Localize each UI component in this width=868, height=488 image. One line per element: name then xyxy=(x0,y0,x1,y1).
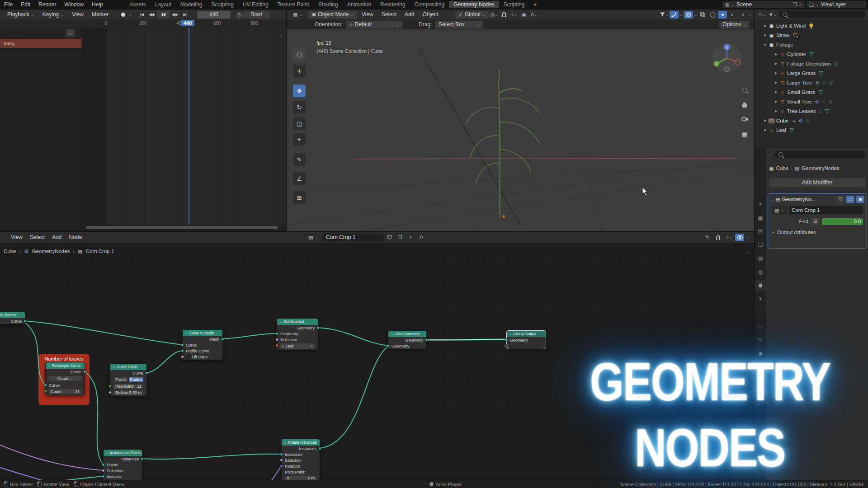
node-group-output[interactable]: ⌄Group Output Geometry xyxy=(506,330,546,349)
timeline-marker-menu[interactable]: Marker xyxy=(88,11,112,18)
tool-transform[interactable]: ⌖ xyxy=(293,133,306,146)
unlink-node-group-icon[interactable]: × xyxy=(406,234,415,241)
modifier-name[interactable]: GeometryNo... xyxy=(782,197,835,202)
geometry-node-editor[interactable]: View Select Add Node ▤⌄ Corn Crop 1 ❐ × … xyxy=(0,232,754,480)
drag-dropdown[interactable]: Select Box⌄ xyxy=(435,21,483,28)
socket-fill-caps-input[interactable] xyxy=(181,355,184,358)
pivot-point-button[interactable]: ◎⌄ xyxy=(490,11,499,19)
workspace-tab-sculpting[interactable]: Sculpting xyxy=(207,1,238,8)
zoom-icon[interactable] xyxy=(740,85,750,95)
socket-selection-input[interactable] xyxy=(280,459,283,462)
viewport-3d[interactable]: ▦⌄ ▣Object Mode⌄ View Select Add Object … xyxy=(287,9,754,231)
path-modifier[interactable]: GeometryNodes xyxy=(32,249,70,254)
keying-menu[interactable]: Keying ⌄ xyxy=(39,11,68,18)
socket-material-input[interactable] xyxy=(275,344,278,347)
tool-rotate[interactable]: ↻ xyxy=(293,101,306,113)
socket-radius-input[interactable] xyxy=(108,391,112,394)
current-frame-field[interactable]: 440 xyxy=(197,11,231,19)
outliner-search[interactable] xyxy=(779,11,865,18)
output-attributes-chevron[interactable]: ▸ xyxy=(773,230,774,234)
snap-magnet-icon[interactable] xyxy=(500,11,509,19)
geometry-nodes-modifier-panel[interactable]: ⌄ ▤ GeometryNo... ▽ ▢ ▣ ▤⌄ Corn Crop 1 E… xyxy=(768,193,867,249)
pan-hand-icon[interactable] xyxy=(740,99,750,109)
go-to-parent-tree-button[interactable]: ↰ xyxy=(703,234,712,241)
node-group-name-input[interactable]: Corn Crop 1 xyxy=(322,234,384,241)
outliner-item-light-wind[interactable]: ▶▣Light & Wind xyxy=(755,21,868,30)
socket-rotation-input[interactable] xyxy=(280,465,283,468)
node-rotate-instances[interactable]: ⌄Rotate Instances Instances Instances Se… xyxy=(281,439,320,480)
outliner-filter-button[interactable]: ▼⌄ xyxy=(768,11,777,19)
resolution-field[interactable]: Resolution12 xyxy=(113,384,143,389)
count-field[interactable]: Count21 xyxy=(49,389,81,394)
workspace-tab-compositing[interactable]: Compositing xyxy=(410,1,449,8)
realtime-toggle[interactable]: ▢ xyxy=(846,196,854,203)
pivot-x-field[interactable]: X0 m xyxy=(285,476,316,480)
summary-channel[interactable]: mary xyxy=(0,39,82,48)
show-in-editmode-toggle[interactable]: ▽ xyxy=(836,196,844,203)
node-tree-type-button[interactable]: ▤⌄ xyxy=(306,234,321,241)
transform-orientation[interactable]: ∠Global⌄ xyxy=(455,11,489,19)
socket-points-input[interactable] xyxy=(102,463,105,466)
outliner-item-leaf[interactable]: ▶▽Leaf ▽ xyxy=(755,126,868,135)
workspace-tab-rendering[interactable]: Rendering xyxy=(376,1,410,8)
fill-caps-checkbox[interactable] xyxy=(186,355,190,359)
menu-help[interactable]: Help xyxy=(88,1,107,8)
material-field[interactable]: ◐Leaf × xyxy=(280,343,315,349)
outliner-item-cube[interactable]: ▶ ▽ Cube ↝ ⚙ ▽ xyxy=(755,116,868,125)
auto-keying-button[interactable] xyxy=(118,11,127,19)
socket-geometry-input[interactable] xyxy=(505,338,508,342)
menu-window[interactable]: Window xyxy=(60,1,88,8)
properties-editor-dropdown[interactable]: ⌄ xyxy=(769,153,773,157)
editor-type-button[interactable]: ▦⌄ xyxy=(290,11,306,18)
node-curve-circle[interactable]: ⌄Curve Circle Curve PointsRadius Resolut… xyxy=(110,363,147,396)
proportional-edit-button[interactable]: ◉ xyxy=(519,11,528,19)
add-menu[interactable]: Add xyxy=(401,11,418,18)
orientation-dropdown[interactable]: ⊹Default⌄ xyxy=(346,21,402,28)
workspace-tab-layout[interactable]: Layout xyxy=(151,1,176,8)
node-instance-on-points[interactable]: ⌄Instance on Points Instances Points Sel… xyxy=(103,449,142,480)
socket-curve-input[interactable] xyxy=(181,343,184,347)
tool-measure[interactable]: ∠ xyxy=(293,172,306,185)
overlays-toggle[interactable] xyxy=(684,11,693,19)
panel-collapse-chevron[interactable]: ⌄ xyxy=(770,197,774,202)
outliner-item-tree-leaves[interactable]: ▶▽Tree Leaves ∷ ▽ xyxy=(755,107,868,116)
visibility-filter-button[interactable]: ⌄ xyxy=(660,11,669,19)
outliner-item-small-tree[interactable]: ▶▽Small Tree ⚙ ∷ ▽ xyxy=(755,97,868,106)
tool-add-cube[interactable]: ⊞ xyxy=(293,191,306,204)
jump-to-end-button[interactable]: ▶| xyxy=(181,11,190,19)
new-scene-icon[interactable]: ❐ xyxy=(793,2,797,7)
outliner-item-cylinder[interactable]: ▶▽Cylinder ▽ xyxy=(755,50,868,59)
path-object[interactable]: Cube xyxy=(4,249,16,254)
node-resample-curve[interactable]: ⌄Resample Curve Curve Count⌄ Curve Count… xyxy=(45,362,85,395)
next-keyframe-button[interactable]: ◆▶ xyxy=(171,11,180,19)
outliner-display-mode[interactable]: ☰⌄ xyxy=(757,11,766,19)
playhead[interactable] xyxy=(189,28,189,225)
socket-profile-curve-input[interactable] xyxy=(181,349,184,352)
socket-geometry-output[interactable] xyxy=(316,326,320,329)
output-attributes-label[interactable]: Output Attributes xyxy=(777,230,816,235)
workspace-tab-shading[interactable]: Shading xyxy=(314,1,343,8)
tab-modifiers[interactable]: ⚙ xyxy=(755,280,766,291)
socket-selection-input[interactable] xyxy=(275,338,278,341)
socket-instances-input[interactable] xyxy=(280,453,283,456)
workspace-tab-uv-editing[interactable]: UV Editing xyxy=(238,1,273,8)
timeline-ruler[interactable]: 0 200 400 600 800 440 xyxy=(0,19,286,28)
render-toggle[interactable]: ▣ xyxy=(856,196,864,203)
node-group-selector-icon[interactable]: ▤⌄ xyxy=(772,206,787,214)
add-workspace-button[interactable]: + xyxy=(529,1,542,8)
socket-curve-output[interactable] xyxy=(83,370,86,373)
region-collapse-arrow[interactable]: ‹ xyxy=(280,33,282,38)
workspace-tab-animation[interactable]: Animation xyxy=(343,1,376,8)
socket-curve-output[interactable] xyxy=(24,319,27,323)
outliner-item-foliage[interactable]: ▼▣Foliage xyxy=(755,40,868,49)
frame-start-button[interactable]: Start xyxy=(243,11,270,19)
socket-geometry-output[interactable] xyxy=(425,338,428,342)
falloff-curve-button[interactable]: Λ⌄ xyxy=(529,11,538,19)
tab-world[interactable]: ◍ xyxy=(755,267,766,277)
object-menu[interactable]: Object xyxy=(419,11,442,18)
workspace-tab-modeling[interactable]: Modeling xyxy=(176,1,207,8)
menu-render[interactable]: Render xyxy=(34,1,60,8)
tab-texture[interactable]: ▦ xyxy=(755,361,766,372)
tab-object-data[interactable]: ▽ xyxy=(755,334,766,345)
current-frame-badge[interactable]: 440 xyxy=(181,20,194,26)
